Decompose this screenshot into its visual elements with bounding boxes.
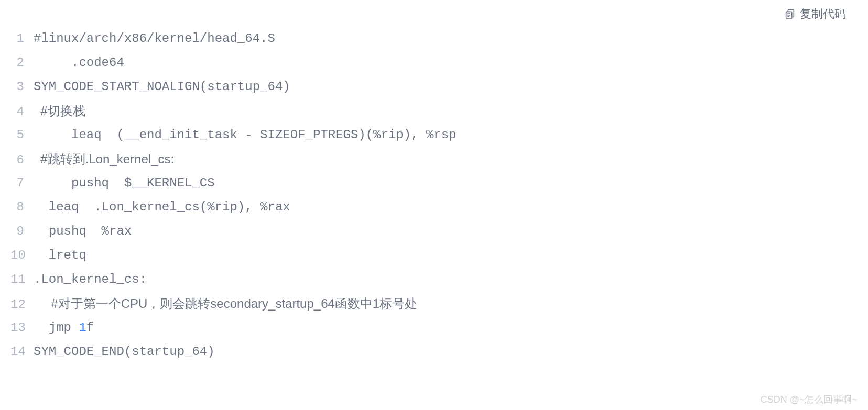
code-line: 10 lretq [10, 249, 868, 273]
code-text: leaq (__end_init_task - SIZEOF_PTREGS)(%… [34, 129, 457, 141]
code-line: 5 leaq (__end_init_task - SIZEOF_PTREGS)… [10, 129, 868, 153]
code-text: .code64 [34, 57, 124, 69]
line-number: 14 [10, 346, 34, 358]
line-number: 6 [10, 154, 34, 167]
code-text: #linux/arch/x86/kernel/head_64.S [34, 32, 275, 45]
numeric-literal: 1 [79, 320, 86, 335]
code-line: 14 SYM_CODE_END(startup_64) [10, 346, 868, 370]
watermark: CSDN @~怎么回事啊~ [761, 393, 858, 406]
code-line: 13 jmp 1f [10, 322, 868, 346]
code-line: 8 leaq .Lon_kernel_cs(%rip), %rax [10, 201, 868, 225]
code-text: #对于第一个CPU，则会跳转secondary_startup_64函数中1标号… [34, 297, 417, 310]
line-number: 3 [10, 81, 34, 93]
code-text: jmp 1f [34, 322, 94, 334]
code-line: 4 #切换栈 [10, 105, 868, 129]
code-line: 7 pushq $__KERNEL_CS [10, 177, 868, 201]
line-number: 13 [10, 322, 34, 334]
code-fragment: jmp [34, 320, 79, 335]
line-number: 9 [10, 225, 34, 238]
code-text: lretq [34, 249, 86, 262]
line-number: 10 [10, 249, 34, 262]
code-text: #跳转到.Lon_kernel_cs: [34, 153, 174, 165]
code-text: SYM_CODE_END(startup_64) [34, 346, 215, 358]
code-text: leaq .Lon_kernel_cs(%rip), %rax [34, 201, 290, 214]
code-text: pushq %rax [34, 225, 132, 238]
code-block: 1 #linux/arch/x86/kernel/head_64.S 2 .co… [0, 0, 868, 370]
code-text: .Lon_kernel_cs: [34, 273, 147, 286]
code-fragment: f [86, 320, 94, 335]
code-text: #切换栈 [34, 105, 85, 117]
code-line: 6 #跳转到.Lon_kernel_cs: [10, 153, 868, 177]
copy-code-label: 复制代码 [800, 6, 846, 22]
copy-code-button[interactable]: 复制代码 [784, 6, 846, 22]
code-text: pushq $__KERNEL_CS [34, 177, 215, 190]
line-number: 2 [10, 57, 34, 69]
line-number: 12 [10, 298, 34, 311]
code-line: 1 #linux/arch/x86/kernel/head_64.S [10, 32, 868, 57]
code-line: 2 .code64 [10, 57, 868, 81]
line-number: 4 [10, 106, 34, 118]
copy-icon [784, 8, 796, 20]
line-number: 5 [10, 129, 34, 141]
code-text: SYM_CODE_START_NOALIGN(startup_64) [34, 81, 290, 93]
code-line: 3 SYM_CODE_START_NOALIGN(startup_64) [10, 81, 868, 105]
line-number: 7 [10, 177, 34, 190]
line-number: 1 [10, 32, 34, 45]
code-line: 9 pushq %rax [10, 225, 868, 249]
line-number: 11 [10, 273, 34, 286]
code-line: 12 #对于第一个CPU，则会跳转secondary_startup_64函数中… [10, 297, 868, 322]
code-line: 11 .Lon_kernel_cs: [10, 273, 868, 297]
line-number: 8 [10, 201, 34, 214]
